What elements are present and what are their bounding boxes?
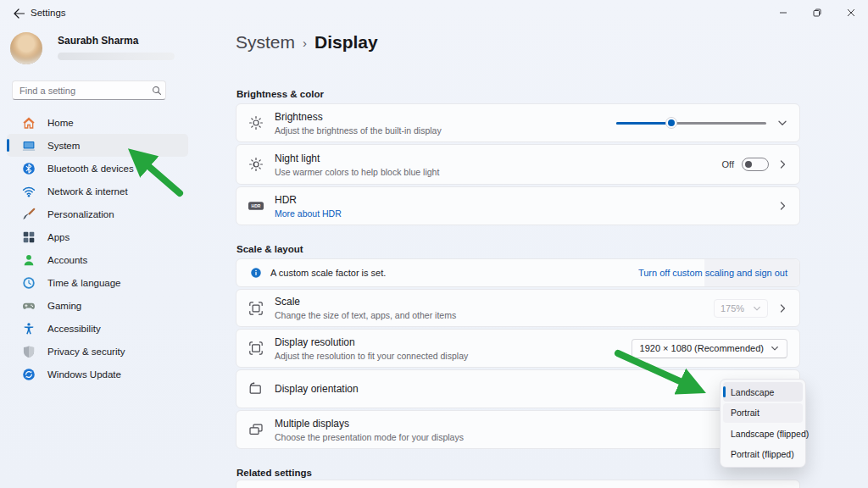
search-icon: [148, 86, 165, 96]
avatar: [10, 32, 42, 64]
display-resolution-value: 1920 × 1080 (Recommended): [640, 343, 764, 353]
display-resolution-subtitle: Adjust the resolution to fit your connec…: [275, 351, 468, 361]
sidebar-item-label: Gaming: [47, 301, 81, 311]
hdr-open-button[interactable]: [778, 201, 787, 211]
breadcrumb-separator-icon: ›: [303, 36, 307, 50]
sidebar-item-label: Bluetooth & devices: [47, 164, 134, 174]
breadcrumb: System › Display: [236, 32, 378, 53]
multiple-displays-row: Multiple displays Choose the presentatio…: [236, 410, 800, 449]
custom-scale-banner: A custom scale factor is set. Turn off c…: [236, 258, 800, 287]
orientation-option-landscape[interactable]: Landscape: [723, 382, 803, 402]
search-input[interactable]: [13, 86, 148, 96]
display-orientation-title: Display orientation: [275, 383, 359, 395]
chevron-right-icon: [778, 159, 787, 169]
window-title: Settings: [31, 8, 66, 18]
privacy-shield-icon: [22, 345, 36, 358]
hdr-icon: HDR: [248, 197, 264, 214]
brightness-row: Brightness Adjust the brightness of the …: [236, 103, 800, 142]
hdr-title: HDR: [275, 194, 342, 206]
chevron-down-icon: [777, 118, 787, 128]
sidebar-item-gaming[interactable]: Gaming: [7, 294, 188, 317]
sidebar-item-accessibility[interactable]: Accessibility: [7, 317, 188, 340]
sidebar-item-windows-update[interactable]: Windows Update: [7, 363, 188, 385]
arrow-left-icon: [13, 8, 25, 19]
display-resolution-title: Display resolution: [275, 336, 468, 348]
night-light-toggle[interactable]: [742, 158, 769, 171]
scale-icon: [248, 300, 264, 317]
time-language-icon: [22, 276, 36, 290]
chevron-right-icon: [778, 201, 787, 211]
night-light-icon: [248, 156, 264, 173]
sidebar-item-label: Accounts: [47, 255, 87, 265]
back-button[interactable]: [8, 6, 29, 21]
scale-dropdown: 175%: [714, 299, 768, 318]
minimize-button[interactable]: [766, 0, 800, 25]
main-content: System › Display Brightness & color Brig…: [236, 25, 800, 488]
scale-open-button[interactable]: [778, 303, 787, 313]
night-light-state: Off: [722, 159, 734, 169]
sidebar-item-system[interactable]: System: [7, 134, 188, 157]
sidebar-item-time-language[interactable]: Time & language: [7, 271, 188, 294]
orientation-option-portrait-flipped[interactable]: Portrait (flipped): [723, 445, 803, 464]
sidebar-item-label: Apps: [47, 232, 70, 242]
hdr-more-link[interactable]: More about HDR: [275, 208, 342, 219]
close-button[interactable]: [834, 0, 868, 25]
sidebar: Saurabh Sharma Home: [0, 25, 195, 488]
display-resolution-dropdown[interactable]: 1920 × 1080 (Recommended): [632, 339, 787, 358]
info-icon: [250, 267, 262, 279]
restore-button[interactable]: [800, 0, 834, 25]
sidebar-item-label: System: [47, 141, 80, 151]
sidebar-item-apps[interactable]: Apps: [7, 225, 188, 248]
orientation-option-landscape-flipped[interactable]: Landscape (flipped): [723, 424, 803, 443]
sidebar-item-label: Network & internet: [47, 186, 128, 197]
sidebar-item-bluetooth-devices[interactable]: Bluetooth & devices: [7, 157, 188, 180]
sidebar-item-privacy-security[interactable]: Privacy & security: [7, 340, 188, 363]
sidebar-item-personalization[interactable]: Personalization: [7, 202, 188, 225]
section-brightness-color: Brightness & color: [236, 89, 324, 99]
display-resolution-icon: [248, 340, 264, 357]
window-controls: [766, 0, 868, 25]
sidebar-item-accounts[interactable]: Accounts: [7, 248, 188, 271]
night-light-subtitle: Use warmer colors to help block blue lig…: [275, 167, 439, 177]
brightness-subtitle: Adjust the brightness of the built-in di…: [275, 125, 442, 136]
scale-row[interactable]: Scale Change the size of text, apps, and…: [236, 289, 800, 327]
accessibility-icon: [22, 322, 36, 336]
home-icon: [22, 116, 36, 130]
system-icon: [22, 139, 36, 152]
sidebar-item-home[interactable]: Home: [7, 111, 188, 134]
section-scale-layout: Scale & layout: [236, 244, 303, 254]
scale-value: 175%: [721, 303, 744, 313]
restore-icon: [813, 8, 821, 17]
minimize-icon: [779, 8, 787, 17]
sidebar-item-label: Home: [47, 118, 74, 128]
related-settings-row-partial: [236, 480, 800, 488]
sidebar-item-label: Privacy & security: [47, 347, 125, 357]
accounts-icon: [22, 253, 36, 267]
sidebar-item-network-internet[interactable]: Network & internet: [7, 180, 188, 202]
hdr-badge-text: HDR: [252, 203, 261, 208]
night-light-row[interactable]: Night light Use warmer colors to help bl…: [236, 144, 800, 185]
multiple-displays-icon: [248, 421, 264, 438]
profile-name: Saurabh Sharma: [58, 35, 175, 47]
profile[interactable]: Saurabh Sharma: [10, 32, 175, 64]
sidebar-item-label: Windows Update: [47, 369, 121, 380]
apps-icon: [22, 230, 36, 244]
hdr-row[interactable]: HDR HDR More about HDR: [236, 186, 800, 225]
bluetooth-icon: [22, 162, 36, 175]
turn-off-custom-scaling-link[interactable]: Turn off custom scaling and sign out: [638, 268, 787, 278]
network-icon: [22, 185, 36, 198]
display-resolution-row: Display resolution Adjust the resolution…: [236, 329, 800, 368]
scale-subtitle: Change the size of text, apps, and other…: [275, 310, 456, 320]
settings-window: Settings Saur: [0, 0, 868, 488]
breadcrumb-parent[interactable]: System: [236, 32, 295, 53]
brightness-expand-button[interactable]: [777, 118, 787, 128]
brightness-slider[interactable]: [616, 117, 766, 129]
night-light-open-button[interactable]: [778, 159, 787, 169]
orientation-option-portrait[interactable]: Portrait: [723, 403, 803, 423]
multiple-displays-subtitle: Choose the presentation mode for your di…: [275, 432, 464, 442]
brightness-icon: [248, 114, 264, 131]
brightness-title: Brightness: [275, 111, 442, 123]
display-orientation-row: Display orientation: [236, 369, 800, 408]
windows-update-icon: [22, 368, 36, 381]
search-box[interactable]: [12, 80, 166, 100]
